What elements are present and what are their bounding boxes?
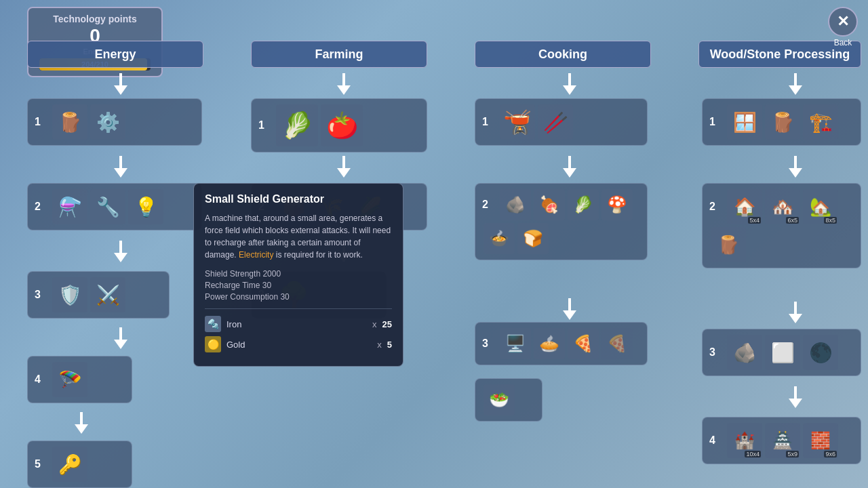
energy-item-balloon[interactable]: 🪂 — [52, 362, 87, 397]
woodstone-item-house2[interactable]: 🏘️6x5 — [765, 189, 800, 224]
energy-row-4: 4 🪂 — [27, 356, 132, 403]
energy-item-gear[interactable]: ⚙️ — [90, 104, 125, 140]
energy-item-key[interactable]: 🔑 — [52, 447, 87, 482]
cooking-item-appliance[interactable]: 🖥️ — [500, 328, 531, 359]
cooking-row-3b: 🥗 — [475, 378, 542, 422]
tooltip-panel: Small Shield Generator A machine that, a… — [193, 183, 403, 367]
farming-row-1: 1 🥬 🍅 — [251, 98, 427, 152]
tech-points-title: Technology points — [39, 14, 151, 24]
energy-arrow-4 — [114, 327, 127, 349]
energy-item-shield[interactable]: 🛡️ — [52, 277, 87, 312]
woodstone-arrow-2 — [789, 156, 802, 178]
energy-item-flask[interactable]: ⚗️ — [52, 189, 87, 224]
tooltip-stat-2: Recharge Time 30 — [205, 281, 392, 290]
woodstone-row-2: 2 🏠5x4 🏘️6x5 🏡8x5 🪵 — [702, 183, 861, 268]
woodstone-item-block[interactable]: ⬜ — [765, 335, 800, 370]
cooking-item-chopsticks[interactable]: 🥢 — [538, 104, 573, 140]
cooking-row-1: 1 🫕 🥢 — [475, 98, 648, 146]
tooltip-cost-iron: 🔩 Iron x 25 — [205, 316, 392, 332]
energy-row-1: 1 🪵 ⚙️ — [27, 98, 202, 146]
woodstone-item-castle1[interactable]: 🏰10x4 — [727, 423, 762, 458]
tooltip-stat-3: Power Consumption 30 — [205, 292, 392, 302]
cooking-item-pie[interactable]: 🥧 — [534, 328, 565, 359]
woodstone-row-3: 3 🪨 ⬜ 🌑 — [702, 329, 861, 376]
energy-arrow-1 — [114, 73, 127, 95]
energy-arrow-5 — [75, 412, 88, 434]
cooking-item-stew[interactable]: 🍲 — [484, 223, 515, 254]
cooking-item-pizza2[interactable]: 🍕 — [601, 328, 633, 359]
woodstone-item-rack[interactable]: 🏗️ — [803, 104, 838, 140]
energy-item-wrench[interactable]: 🔧 — [90, 189, 125, 224]
cooking-item-pizza3[interactable]: 🥗 — [484, 384, 515, 415]
woodstone-item-logs[interactable]: 🪵 — [711, 227, 746, 262]
woodstone-arrow-3 — [789, 302, 802, 323]
back-x-icon[interactable]: ✕ — [828, 7, 858, 37]
farming-arrow-2 — [337, 156, 351, 178]
woodstone-item-house1[interactable]: 🏠5x4 — [727, 189, 762, 224]
gold-label: Gold — [226, 340, 245, 350]
energy-row-5: 5 🔑 — [27, 441, 132, 488]
woodstone-arrow-1 — [789, 73, 802, 95]
gold-icon: 🟡 — [205, 336, 221, 352]
cooking-arrow-3 — [563, 298, 576, 320]
energy-item-sword[interactable]: ⚔️ — [90, 277, 125, 312]
woodstone-row-4: 4 🏰10x4 🏯5x9 🧱9x6 — [702, 417, 861, 464]
cooking-item-cauldron[interactable]: 🫕 — [500, 104, 535, 140]
woodstone-row-1: 1 🪟 🪵 🏗️ — [702, 98, 861, 146]
farming-item-tomato[interactable]: 🍅 — [321, 104, 363, 146]
energy-arrow-2 — [114, 156, 127, 178]
back-label: Back — [834, 38, 852, 47]
column-header-cooking: Cooking — [475, 41, 651, 68]
cooking-item-mushroom[interactable]: 🍄 — [601, 189, 633, 220]
tooltip-description: A machine that, around a small area, gen… — [205, 212, 392, 261]
column-header-energy: Energy — [27, 41, 203, 68]
woodstone-item-house3[interactable]: 🏡8x5 — [803, 189, 838, 224]
back-button[interactable]: ✕ Back — [828, 7, 858, 47]
woodstone-item-stone1[interactable]: 🪨 — [727, 335, 762, 370]
woodstone-item-fence[interactable]: 🪟 — [727, 104, 762, 140]
cooking-row-3: 3 🖥️ 🥧 🍕 🍕 — [475, 322, 648, 365]
energy-arrow-3 — [114, 241, 127, 262]
tooltip-cost-gold: 🟡 Gold x 5 — [205, 336, 392, 352]
energy-row-3: 3 🛡️ ⚔️ — [27, 271, 170, 319]
cooking-item-veg[interactable]: 🥬 — [568, 189, 599, 220]
iron-label: Iron — [226, 319, 241, 329]
energy-item-log[interactable]: 🪵 — [52, 104, 87, 140]
energy-item-bulb[interactable]: 💡 — [128, 189, 163, 224]
woodstone-arrow-4 — [789, 386, 802, 408]
woodstone-item-castle2[interactable]: 🏯5x9 — [765, 423, 800, 458]
cooking-item-meat[interactable]: 🍖 — [534, 189, 565, 220]
farming-item-cabbage[interactable]: 🥬 — [276, 104, 318, 146]
cooking-item-bread[interactable]: 🍞 — [517, 223, 549, 254]
tooltip-title: Small Shield Generator — [205, 193, 392, 205]
woodstone-item-log2[interactable]: 🪵 — [765, 104, 800, 140]
cooking-item-stone[interactable]: 🪨 — [500, 189, 531, 220]
woodstone-item-wall[interactable]: 🧱9x6 — [803, 423, 838, 458]
iron-icon: 🔩 — [205, 316, 221, 332]
cooking-item-pizza1[interactable]: 🍕 — [568, 328, 599, 359]
cooking-arrow-1 — [563, 73, 576, 95]
farming-arrow-1 — [337, 73, 351, 95]
cooking-arrow-2 — [563, 156, 576, 178]
cooking-row-2: 2 🪨 🍖 🥬 🍄 🍲 🍞 — [475, 183, 648, 260]
tooltip-highlight: Electricity — [239, 250, 273, 260]
tooltip-divider — [205, 308, 392, 309]
energy-row-2: 2 ⚗️ 🔧 💡 — [27, 183, 202, 230]
tooltip-stat-1: Shield Strength 2000 — [205, 269, 392, 279]
woodstone-item-stone2[interactable]: 🌑 — [803, 335, 838, 370]
column-header-farming: Farming — [251, 41, 427, 68]
